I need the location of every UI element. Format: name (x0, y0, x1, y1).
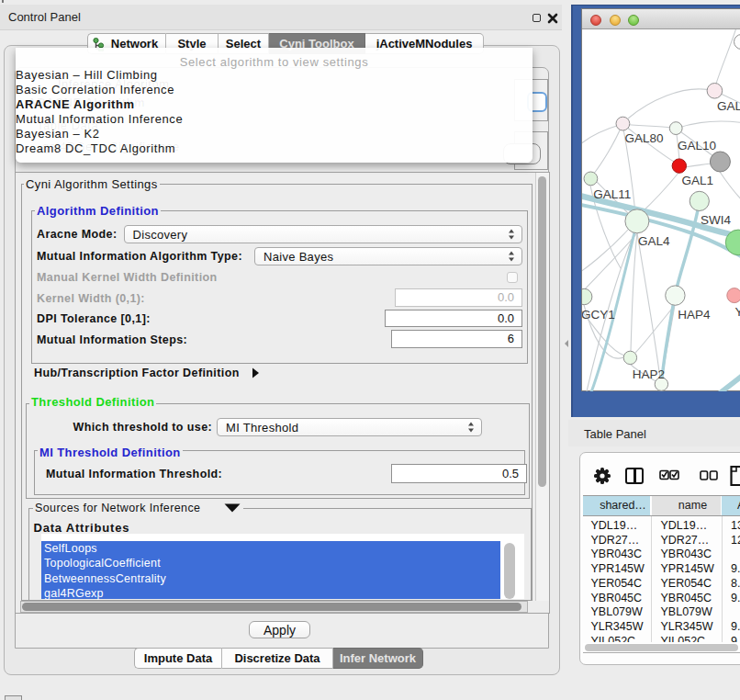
svg-text:HAP2: HAP2 (633, 367, 665, 381)
svg-text:SWI4: SWI4 (701, 213, 731, 227)
svg-text:GAL: GAL (717, 99, 740, 113)
svg-text:GAL4: GAL4 (638, 234, 670, 248)
svg-text:HAP4: HAP4 (678, 308, 711, 322)
svg-text:GAL1: GAL1 (682, 174, 714, 187)
svg-text:GCY1: GCY1 (582, 308, 615, 322)
svg-text:Y: Y (735, 305, 740, 319)
svg-text:GAL11: GAL11 (593, 187, 631, 201)
svg-text:GAL80: GAL80 (625, 131, 664, 145)
svg-text:GAL10: GAL10 (678, 139, 716, 152)
